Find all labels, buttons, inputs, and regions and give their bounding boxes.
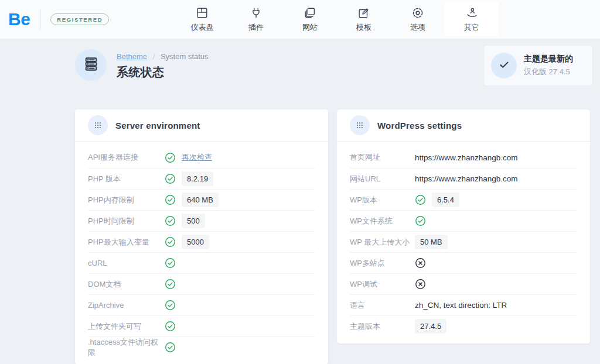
check-icon — [165, 215, 176, 226]
table-row: 网站URLhttps://www.zhanzhangb.com — [350, 168, 577, 189]
row-label: cURL — [88, 259, 165, 267]
row-value-text: https://www.zhanzhangb.com — [415, 174, 518, 183]
row-label: WP调试 — [350, 279, 415, 290]
panel-rows: API服务器连接再次检查PHP 版本8.2.19PHP内存限制640 MBPHP… — [75, 142, 328, 364]
check-icon — [415, 215, 426, 226]
table-row: ZipArchive — [88, 294, 315, 315]
row-value-badge: 5000 — [182, 235, 209, 249]
theme-version-label: 汉化版 27.4.5 — [524, 67, 573, 77]
breadcrumb-separator: / — [153, 52, 155, 61]
check-icon — [498, 59, 510, 73]
row-label: ZipArchive — [88, 301, 165, 310]
row-label: WP 最大上传大小 — [350, 237, 415, 248]
panel-wordpress-settings: WordPress settings 首页网址https://www.zhanz… — [337, 109, 590, 344]
row-value-badge: 27.4.5 — [415, 319, 446, 334]
dashboard-icon — [196, 6, 209, 19]
check-icon — [165, 321, 176, 332]
nav-item-other[interactable]: 其它 — [445, 2, 499, 36]
grid-dots-icon — [88, 115, 108, 135]
nav-item-label: 网站 — [302, 22, 318, 33]
row-label: DOM文档 — [88, 279, 165, 290]
nav-item-websites[interactable]: 网站 — [283, 2, 337, 36]
panel-server-environment: Server environment API服务器连接再次检查PHP 版本8.2… — [75, 109, 328, 364]
page-title: 系统状态 — [117, 64, 209, 80]
server-stack-icon — [83, 56, 99, 74]
table-row: 语言zh_CN, text direction: LTR — [350, 294, 577, 315]
check-icon — [165, 257, 176, 269]
table-row: PHP内存限制640 MB — [88, 189, 315, 210]
table-row: PHP 版本8.2.19 — [88, 168, 315, 189]
table-row: WP文件系统 — [350, 210, 577, 231]
check-icon — [165, 152, 176, 163]
table-row: API服务器连接再次检查 — [88, 147, 315, 168]
panel-rows: 首页网址https://www.zhanzhangb.com网站URLhttps… — [337, 142, 590, 344]
row-label: 主题版本 — [350, 321, 415, 332]
check-icon — [415, 194, 426, 205]
row-label: WP文件系统 — [350, 216, 415, 226]
row-value-badge: 50 MB — [415, 235, 448, 249]
theme-status-card: 主题是最新的 汉化版 27.4.5 — [483, 45, 593, 86]
topbar: Be REGISTERED 仪表盘 插件 网站 模板 选项 其它 — [0, 0, 600, 39]
row-label: WP版本 — [350, 195, 415, 205]
row-value-badge: 8.2.19 — [182, 171, 213, 186]
registered-badge: REGISTERED — [50, 13, 109, 25]
plug-icon — [250, 6, 262, 19]
breadcrumb-betheme-link[interactable]: Betheme — [117, 52, 147, 61]
row-value-text: zh_CN, text direction: LTR — [415, 301, 507, 310]
row-label: PHP 版本 — [88, 174, 165, 184]
betheme-logo[interactable]: Be — [8, 9, 30, 29]
nav-item-label: 插件 — [248, 22, 264, 33]
table-row: DOM文档 — [88, 273, 315, 294]
row-value-badge: 6.5.4 — [432, 193, 459, 207]
nav-item-label: 模板 — [356, 22, 371, 33]
nav-item-dashboard[interactable]: 仪表盘 — [175, 2, 229, 36]
row-label: 首页网址 — [350, 152, 415, 163]
support-hand-icon — [465, 6, 478, 19]
logo-divider — [40, 9, 40, 29]
check-icon — [165, 342, 176, 353]
table-row: 主题版本27.4.5 — [350, 315, 577, 336]
breadcrumb-current: System status — [161, 52, 209, 61]
template-edit-icon — [357, 6, 370, 19]
cross-icon — [415, 279, 426, 290]
check-icon — [165, 194, 176, 205]
row-label: 语言 — [350, 300, 415, 311]
nav-item-templates[interactable]: 模板 — [337, 2, 391, 36]
table-row: WP版本6.5.4 — [350, 189, 577, 210]
row-label: .htaccess文件访问权限 — [88, 337, 165, 358]
panel-title: Server environment — [115, 121, 200, 131]
row-label: 上传文件夹可写 — [88, 321, 165, 332]
check-icon — [165, 236, 176, 248]
table-row: cURL — [88, 252, 315, 273]
row-label: API服务器连接 — [88, 152, 165, 163]
nav-item-plugins[interactable]: 插件 — [229, 2, 283, 36]
table-row: WP多站点 — [350, 252, 577, 273]
row-label: PHP最大输入变量 — [88, 237, 165, 248]
panel-header: Server environment — [75, 109, 328, 142]
row-value-badge: 640 MB — [182, 193, 219, 207]
row-value-text: https://www.zhanzhangb.com — [415, 153, 518, 162]
row-value-badge: 500 — [182, 214, 205, 228]
check-icon — [165, 300, 176, 311]
check-icon — [165, 173, 176, 184]
panel-title: WordPress settings — [377, 121, 462, 131]
nav-item-label: 选项 — [410, 22, 425, 33]
table-row: WP调试 — [350, 273, 577, 294]
gear-icon — [411, 6, 424, 19]
pages-icon — [304, 6, 316, 19]
table-row: 首页网址https://www.zhanzhangb.com — [350, 147, 577, 168]
breadcrumb: Betheme / System status — [117, 52, 209, 61]
panel-header: WordPress settings — [337, 109, 590, 142]
row-label: PHP内存限制 — [88, 195, 165, 205]
grid-dots-icon — [350, 115, 370, 135]
table-row: PHP时间限制500 — [88, 210, 315, 231]
theme-status-title: 主题是最新的 — [524, 54, 573, 64]
row-label: WP多站点 — [350, 258, 415, 269]
content: Server environment API服务器连接再次检查PHP 版本8.2… — [0, 109, 600, 364]
check-icon — [165, 279, 176, 290]
nav-item-options[interactable]: 选项 — [391, 2, 445, 36]
page-header: Betheme / System status 系统状态 主题是最新的 汉化版 … — [0, 39, 600, 109]
nav-item-label: 其它 — [464, 22, 479, 33]
recheck-link[interactable]: 再次检查 — [182, 152, 212, 163]
main-nav: 仪表盘 插件 网站 模板 选项 其它 — [175, 2, 499, 36]
